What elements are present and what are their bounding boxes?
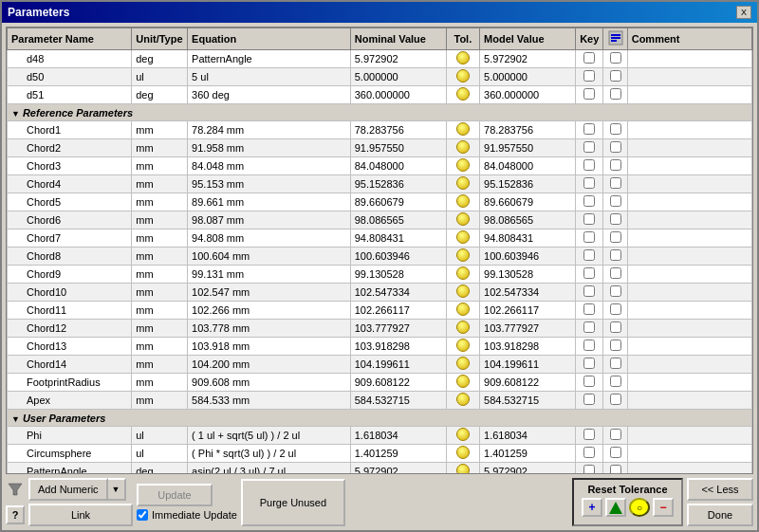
section-triangle-icon[interactable]: ▼	[11, 109, 20, 119]
param-key-checkbox[interactable]	[575, 211, 602, 229]
param-key-checkbox[interactable]	[575, 463, 602, 475]
param-key-checkbox[interactable]	[575, 50, 602, 68]
param-img-checkbox[interactable]	[603, 229, 627, 248]
param-img-checkbox[interactable]	[603, 338, 627, 356]
img-checkbox[interactable]	[610, 303, 621, 315]
key-checkbox[interactable]	[583, 213, 595, 225]
key-checkbox[interactable]	[583, 177, 595, 189]
img-checkbox[interactable]	[610, 339, 621, 351]
key-checkbox[interactable]	[583, 303, 595, 315]
img-checkbox[interactable]	[610, 141, 621, 153]
update-button[interactable]: Update	[137, 484, 213, 506]
param-img-checkbox[interactable]	[603, 302, 627, 320]
param-key-checkbox[interactable]	[575, 392, 602, 410]
immediate-update-checkbox[interactable]	[137, 509, 148, 521]
img-checkbox[interactable]	[610, 285, 621, 297]
param-img-checkbox[interactable]	[603, 121, 627, 139]
purge-unused-button[interactable]: Purge Unused	[241, 479, 345, 526]
param-img-checkbox[interactable]	[603, 68, 627, 86]
key-checkbox[interactable]	[583, 249, 595, 261]
img-checkbox[interactable]	[610, 267, 621, 279]
parameters-table-container[interactable]: Parameter Name Unit/Type Equation Nomina…	[6, 27, 753, 474]
param-key-checkbox[interactable]	[575, 139, 602, 157]
param-img-checkbox[interactable]	[603, 157, 627, 175]
tolerance-triangle-button[interactable]	[605, 498, 626, 517]
param-key-checkbox[interactable]	[575, 320, 602, 338]
param-key-checkbox[interactable]	[575, 193, 602, 211]
key-checkbox[interactable]	[583, 465, 595, 474]
param-img-checkbox[interactable]	[603, 463, 627, 475]
param-key-checkbox[interactable]	[575, 248, 602, 266]
param-key-checkbox[interactable]	[575, 427, 602, 445]
key-checkbox[interactable]	[583, 429, 595, 440]
img-checkbox[interactable]	[610, 447, 621, 458]
img-checkbox[interactable]	[610, 52, 621, 64]
param-img-checkbox[interactable]	[603, 320, 627, 338]
done-button[interactable]: Done	[687, 504, 753, 526]
param-img-checkbox[interactable]	[603, 356, 627, 374]
key-checkbox[interactable]	[583, 358, 595, 369]
key-checkbox[interactable]	[583, 159, 595, 171]
param-key-checkbox[interactable]	[575, 68, 602, 86]
param-img-checkbox[interactable]	[603, 50, 627, 68]
param-img-checkbox[interactable]	[603, 248, 627, 266]
param-img-checkbox[interactable]	[603, 175, 627, 193]
key-checkbox[interactable]	[583, 123, 595, 135]
param-key-checkbox[interactable]	[575, 266, 602, 284]
img-checkbox[interactable]	[610, 394, 621, 405]
img-checkbox[interactable]	[610, 376, 621, 387]
img-checkbox[interactable]	[610, 321, 621, 333]
param-key-checkbox[interactable]	[575, 175, 602, 193]
param-img-checkbox[interactable]	[603, 284, 627, 302]
param-img-checkbox[interactable]	[603, 266, 627, 284]
key-checkbox[interactable]	[583, 141, 595, 153]
key-checkbox[interactable]	[583, 70, 595, 82]
key-checkbox[interactable]	[583, 195, 595, 207]
img-checkbox[interactable]	[610, 231, 621, 243]
param-key-checkbox[interactable]	[575, 284, 602, 302]
img-checkbox[interactable]	[610, 465, 621, 474]
img-checkbox[interactable]	[610, 123, 621, 135]
img-checkbox[interactable]	[610, 70, 621, 82]
param-key-checkbox[interactable]	[575, 302, 602, 320]
add-numeric-dropdown[interactable]: ▼	[108, 478, 126, 501]
key-checkbox[interactable]	[583, 339, 595, 351]
key-checkbox[interactable]	[583, 88, 595, 100]
img-checkbox[interactable]	[610, 213, 621, 225]
img-checkbox[interactable]	[610, 249, 621, 261]
tolerance-plus-button[interactable]: +	[582, 498, 602, 517]
add-numeric-button[interactable]: Add Numeric	[28, 478, 108, 501]
param-key-checkbox[interactable]	[575, 445, 602, 463]
param-img-checkbox[interactable]	[603, 427, 627, 445]
key-checkbox[interactable]	[583, 394, 595, 405]
param-img-checkbox[interactable]	[603, 445, 627, 463]
param-key-checkbox[interactable]	[575, 356, 602, 374]
close-button[interactable]: X	[736, 6, 751, 19]
key-checkbox[interactable]	[583, 285, 595, 297]
param-key-checkbox[interactable]	[575, 121, 602, 139]
img-checkbox[interactable]	[610, 358, 621, 369]
param-img-checkbox[interactable]	[603, 193, 627, 211]
param-key-checkbox[interactable]	[575, 338, 602, 356]
tolerance-minus-button[interactable]: −	[653, 498, 674, 517]
img-checkbox[interactable]	[610, 88, 621, 100]
param-img-checkbox[interactable]	[603, 139, 627, 157]
less-button[interactable]: << Less	[687, 478, 753, 501]
img-checkbox[interactable]	[610, 177, 621, 189]
tolerance-circle-button[interactable]: ○	[629, 498, 650, 517]
key-checkbox[interactable]	[583, 447, 595, 458]
img-checkbox[interactable]	[610, 159, 621, 171]
key-checkbox[interactable]	[583, 267, 595, 279]
param-key-checkbox[interactable]	[575, 86, 602, 104]
img-checkbox[interactable]	[610, 429, 621, 440]
key-checkbox[interactable]	[583, 231, 595, 243]
param-img-checkbox[interactable]	[603, 86, 627, 104]
param-key-checkbox[interactable]	[575, 157, 602, 175]
key-checkbox[interactable]	[583, 376, 595, 387]
section-triangle-icon[interactable]: ▼	[11, 414, 20, 424]
link-button[interactable]: Link	[28, 504, 133, 526]
param-img-checkbox[interactable]	[603, 392, 627, 410]
key-checkbox[interactable]	[583, 321, 595, 333]
param-img-checkbox[interactable]	[603, 374, 627, 392]
filter-icon[interactable]	[6, 480, 25, 499]
